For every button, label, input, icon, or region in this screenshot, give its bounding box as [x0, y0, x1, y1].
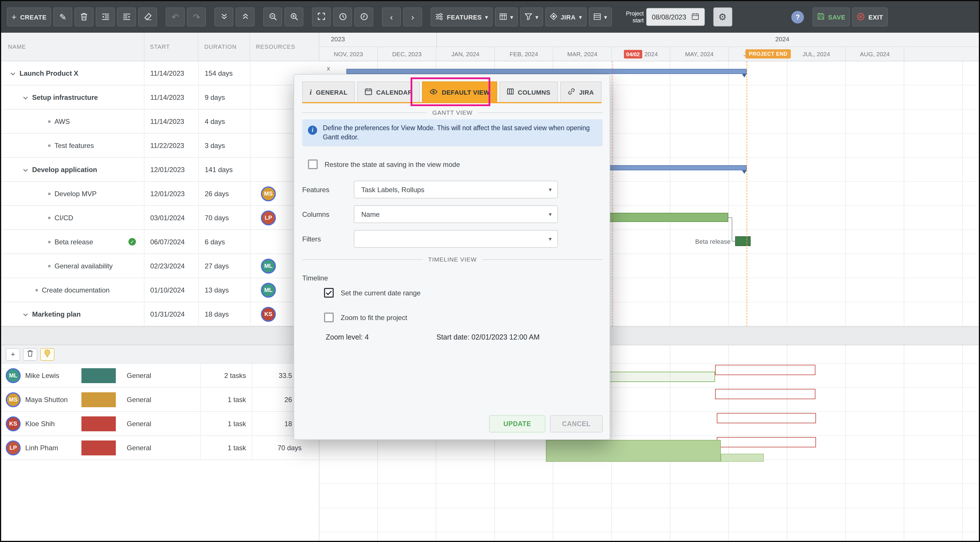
- columns-icon: [507, 88, 514, 96]
- tab-default-view[interactable]: DEFAULT VIEW: [422, 81, 497, 102]
- zoom-fit-button[interactable]: [312, 8, 331, 26]
- resources-toolbar: +: [1, 345, 320, 363]
- task-start: 02/23/2024: [145, 254, 199, 277]
- chevron-left-icon: ‹: [390, 13, 393, 21]
- features-dropdown[interactable]: FEATURES ▾: [431, 8, 493, 26]
- timeline-month: NOV, 2023: [320, 47, 378, 61]
- table-row[interactable]: Setup infrastructure 11/14/2023 9 days: [1, 86, 320, 110]
- task-name: AWS: [54, 117, 70, 125]
- chevron-down-icon[interactable]: [23, 93, 28, 101]
- tab-columns[interactable]: COLUMNS: [500, 81, 558, 102]
- chevron-down-icon[interactable]: [23, 310, 28, 318]
- resource-row[interactable]: MSMaya Shutton General 1 task 26 da: [1, 388, 320, 412]
- table-row[interactable]: General availability 02/23/2024 27 days …: [1, 254, 320, 278]
- column-header-resources[interactable]: RESOURCES: [250, 33, 319, 61]
- restore-state-checkbox[interactable]: [308, 159, 318, 169]
- chevron-down-icon[interactable]: [10, 69, 16, 77]
- filter-dropdown[interactable]: ▾: [520, 8, 543, 26]
- resource-row[interactable]: KSKloe Shih General 1 task 18 da: [1, 412, 320, 436]
- table-row[interactable]: Develop MVP 12/01/2023 26 days MS: [1, 182, 320, 206]
- section-header-gantt-view: GANTT VIEW: [302, 109, 603, 116]
- settings-button[interactable]: ⚙: [713, 8, 732, 26]
- table-row[interactable]: Beta release✓ 06/07/2024 6 days: [1, 230, 320, 254]
- avatar[interactable]: ML: [261, 282, 276, 297]
- views-dropdown[interactable]: ▾: [589, 8, 612, 26]
- resource-color-swatch[interactable]: [81, 368, 116, 383]
- table-row[interactable]: Launch Product X 11/14/2023 154 days: [1, 61, 320, 86]
- redo-button[interactable]: ↷: [187, 8, 206, 26]
- task-name: Develop MVP: [54, 190, 97, 198]
- filters-select[interactable]: ▾: [354, 230, 558, 248]
- tab-general[interactable]: i GENERAL: [302, 81, 355, 102]
- collapse-all-button[interactable]: [215, 8, 234, 26]
- grid-icon: [500, 13, 507, 21]
- summary-bar-launch-product-x[interactable]: [346, 69, 747, 74]
- zoom-in-button[interactable]: [285, 8, 304, 26]
- resource-group: General: [120, 388, 201, 411]
- task-bar-beta-release[interactable]: [735, 236, 751, 246]
- bullet-icon: [35, 289, 38, 291]
- tab-jira[interactable]: JIRA: [560, 81, 601, 102]
- outdent-button[interactable]: [96, 8, 115, 26]
- avatar[interactable]: MS: [261, 186, 276, 201]
- year-divider: [436, 33, 437, 47]
- cancel-button[interactable]: CANCEL: [550, 415, 603, 432]
- current-range-checkbox[interactable]: [324, 288, 334, 298]
- history-button[interactable]: [355, 8, 374, 26]
- help-button[interactable]: ?: [791, 11, 804, 23]
- resource-color-swatch[interactable]: [81, 416, 116, 431]
- table-row[interactable]: AWS 11/14/2023 4 days: [1, 110, 320, 134]
- task-name: Beta release: [54, 238, 93, 246]
- table-row[interactable]: Test features 11/22/2023 3 days: [1, 134, 320, 158]
- resource-row[interactable]: LPLinh Pham General 1 task 70 days: [1, 436, 320, 460]
- save-button[interactable]: SAVE: [813, 8, 850, 26]
- resource-color-swatch[interactable]: [81, 392, 116, 407]
- task-duration: 27 days: [199, 254, 251, 277]
- delete-resource-button[interactable]: [23, 348, 37, 360]
- current-range-row: Set the current date range: [324, 288, 421, 298]
- features-select[interactable]: Task Labels, Rollups ▾: [354, 181, 558, 198]
- lightbulb-icon: [44, 349, 51, 359]
- allocation-bar: [546, 440, 721, 462]
- table-row[interactable]: Develop application 12/01/2023 141 days: [1, 158, 320, 182]
- avatar[interactable]: KS: [261, 306, 276, 322]
- chevron-down-icon[interactable]: [23, 166, 28, 174]
- task-duration: 3 days: [199, 134, 251, 157]
- suggest-resource-button[interactable]: [40, 348, 54, 360]
- task-name: Test features: [54, 141, 94, 150]
- dependency-connector: [732, 217, 732, 241]
- undo-button[interactable]: ↶: [166, 8, 185, 26]
- exit-button[interactable]: EXIT: [853, 8, 888, 26]
- create-button[interactable]: + CREATE: [7, 8, 51, 26]
- summary-bar-end-icon: [742, 171, 747, 174]
- resource-row[interactable]: MLMike Lewis General 2 tasks 33.5 da: [1, 363, 320, 388]
- table-row[interactable]: Marketing plan 01/31/2024 18 days KS: [1, 302, 320, 326]
- indent-button[interactable]: [117, 8, 136, 26]
- expand-all-button[interactable]: [236, 8, 255, 26]
- table-row[interactable]: CI/CD 03/01/2024 70 days LP: [1, 206, 320, 230]
- add-resource-button[interactable]: +: [6, 348, 20, 360]
- scroll-right-button[interactable]: ›: [403, 8, 422, 26]
- avatar[interactable]: LP: [261, 210, 276, 225]
- update-button[interactable]: UPDATE: [489, 415, 545, 432]
- clear-button[interactable]: [138, 8, 158, 26]
- column-header-start[interactable]: START: [144, 33, 199, 61]
- zoom-out-button[interactable]: [264, 8, 282, 26]
- baseline-button[interactable]: [334, 8, 352, 26]
- column-header-duration[interactable]: DURATION: [199, 33, 250, 61]
- zoom-fit-checkbox[interactable]: [324, 312, 334, 322]
- edit-button[interactable]: ✎: [54, 8, 73, 26]
- columns-select[interactable]: Name ▾: [354, 205, 558, 223]
- jira-dropdown[interactable]: JIRA ▾: [545, 8, 586, 26]
- task-duration: 6 days: [199, 230, 251, 253]
- scroll-left-button[interactable]: ‹: [382, 8, 401, 26]
- project-start-date-input[interactable]: 08/08/2023: [646, 8, 705, 26]
- tab-calendar[interactable]: CALENDAR: [357, 81, 420, 102]
- column-header-name[interactable]: NAME: [1, 33, 144, 61]
- table-row[interactable]: Create documentation 01/10/2024 13 days …: [1, 278, 320, 302]
- resource-color-swatch[interactable]: [81, 440, 116, 455]
- columns-dropdown[interactable]: ▾: [495, 8, 518, 26]
- current-range-label: Set the current date range: [340, 289, 421, 297]
- delete-button[interactable]: [75, 8, 94, 26]
- avatar[interactable]: ML: [261, 258, 276, 273]
